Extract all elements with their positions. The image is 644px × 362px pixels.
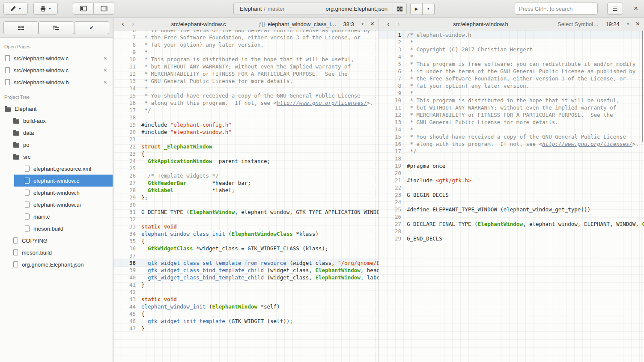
code-line[interactable]: 23G_BEGIN_DECLS — [379, 191, 644, 199]
line-number[interactable]: 20 — [113, 128, 136, 136]
code-line[interactable]: 8 * (at your option) any later version. — [379, 82, 644, 89]
code-line[interactable]: 17 */ — [113, 107, 379, 114]
symbol-menu-button[interactable]: ƒ{} elephant_window_class_i… — [259, 21, 336, 27]
line-number[interactable]: 18 — [113, 114, 136, 121]
code-editor[interactable]: 1/* elephant-window.h2 *3 * Copyright (C… — [379, 30, 644, 362]
code-line[interactable]: 25 — [113, 165, 379, 172]
code-line[interactable]: 35{ — [113, 237, 379, 245]
code-line[interactable]: 16 * along with this program. If not, se… — [113, 99, 379, 107]
line-number[interactable]: 20 — [379, 169, 401, 177]
line-number[interactable]: 25 — [113, 165, 136, 172]
line-number[interactable]: 44 — [113, 303, 136, 310]
code-line[interactable]: 13 * GNU General Public License for more… — [113, 77, 379, 85]
code-line[interactable]: 29}; — [113, 194, 379, 201]
code-line[interactable]: 22struct _ElephantWindow — [113, 143, 379, 150]
tab-todo[interactable]: ✔ — [74, 21, 109, 34]
code-line[interactable]: 13 * GNU General Public License for more… — [379, 119, 644, 126]
line-number[interactable]: 3 — [379, 46, 401, 53]
code-line[interactable]: 47} — [113, 325, 379, 332]
code-line[interactable]: 10 * This program is distributed in the … — [113, 56, 379, 63]
line-number[interactable]: 23 — [113, 150, 136, 157]
line-number[interactable]: 24 — [379, 199, 401, 206]
tree-item[interactable]: Elephant — [0, 103, 113, 115]
code-line[interactable]: 20 — [379, 169, 644, 177]
code-line[interactable]: 18 — [113, 114, 379, 121]
tree-item[interactable]: elephant-window.c — [0, 175, 113, 187]
code-line[interactable]: 28 — [379, 228, 644, 235]
code-line[interactable]: 26 — [379, 213, 644, 220]
line-number[interactable]: 33 — [113, 223, 136, 230]
tree-item[interactable]: src — [0, 151, 113, 163]
run-options-button[interactable]: ▼ — [422, 3, 435, 15]
open-page-item[interactable]: src/elephant-window.c× — [0, 64, 113, 76]
line-number[interactable]: 6 — [379, 68, 401, 75]
line-number[interactable]: 46 — [113, 317, 136, 325]
code-line[interactable]: 7 * the Free Software Foundation, either… — [379, 75, 644, 82]
build-status-button[interactable] — [393, 3, 406, 15]
symbol-menu-button[interactable]: Select Symbol… — [558, 21, 599, 27]
code-line[interactable]: 21#include <gtk/gtk.h> — [379, 177, 644, 184]
code-line[interactable]: 9 * — [113, 48, 379, 56]
code-line[interactable]: 16 * along with this program. If not, se… — [379, 140, 644, 148]
line-number[interactable]: 29 — [379, 235, 401, 242]
line-number[interactable]: 28 — [379, 228, 401, 235]
code-line[interactable]: 32 — [113, 216, 379, 223]
toggle-left-panel-button[interactable] — [73, 3, 94, 15]
line-number[interactable]: 13 — [113, 77, 136, 85]
close-page-button[interactable]: × — [104, 55, 107, 62]
back-button[interactable]: ‹ — [383, 20, 394, 28]
code-line[interactable]: 10 * This program is distributed in the … — [379, 97, 644, 104]
line-number[interactable]: 2 — [379, 39, 401, 46]
line-number[interactable]: 11 — [379, 104, 401, 111]
code-line[interactable]: 11 * but WITHOUT ANY WARRANTY; without e… — [113, 63, 379, 70]
line-number[interactable]: 19 — [379, 162, 401, 169]
line-number[interactable]: 21 — [379, 177, 401, 184]
code-line[interactable]: 8 * (at your option) any later version. — [113, 41, 379, 48]
open-page-item[interactable]: src/elephant-window.h× — [0, 76, 113, 88]
editor-mode-button[interactable]: ▼ — [3, 3, 28, 15]
tree-item[interactable]: COPYING — [0, 234, 113, 246]
code-line[interactable]: 15 * You should have received a copy of … — [379, 133, 644, 140]
code-line[interactable]: 24 GtkApplicationWindow parent_instance; — [113, 157, 379, 165]
forward-button[interactable]: › — [128, 20, 138, 28]
line-number[interactable]: 42 — [113, 288, 136, 296]
line-number[interactable]: 37 — [113, 252, 136, 259]
close-page-button[interactable]: × — [104, 67, 107, 74]
window-close-button[interactable]: × — [630, 3, 641, 15]
line-number[interactable]: 26 — [379, 213, 401, 220]
pane-options-button[interactable]: ▼ — [626, 22, 630, 26]
code-line[interactable]: 43static void — [113, 296, 379, 303]
device-button[interactable]: ▼ — [33, 3, 58, 15]
line-number[interactable]: 9 — [379, 89, 401, 97]
code-line[interactable]: 19#pragma once — [379, 162, 644, 169]
line-number[interactable]: 7 — [113, 34, 136, 41]
line-number[interactable]: 24 — [113, 157, 136, 165]
pane-options-button[interactable]: ▼ — [361, 22, 364, 26]
line-number[interactable]: 47 — [113, 325, 136, 332]
code-line[interactable]: 23{ — [113, 150, 379, 157]
code-line[interactable]: 39 gtk_widget_class_bind_template_child … — [113, 267, 379, 274]
code-line[interactable]: 17 */ — [379, 148, 644, 155]
line-number[interactable]: 36 — [113, 245, 136, 252]
line-number[interactable]: 30 — [113, 201, 136, 208]
code-line[interactable]: 37 — [113, 252, 379, 259]
line-number[interactable]: 32 — [113, 216, 136, 223]
code-line[interactable]: 15 * You should have received a copy of … — [113, 92, 379, 99]
line-number[interactable]: 10 — [113, 56, 136, 63]
line-number[interactable]: 27 — [113, 179, 136, 187]
line-number[interactable]: 40 — [113, 274, 136, 281]
code-editor[interactable]: 6 * it under the terms of the GNU Genera… — [113, 30, 379, 362]
code-line[interactable]: 44elephant_window_init (ElephantWindow *… — [113, 303, 379, 310]
tree-item[interactable]: po — [0, 139, 113, 151]
tree-item[interactable]: elephant-window.h — [0, 187, 113, 199]
tree-item[interactable]: data — [0, 127, 113, 139]
code-line[interactable]: 26 /* Template widgets */ — [113, 172, 379, 179]
code-line[interactable]: 18 — [379, 155, 644, 162]
tree-item[interactable]: meson.build — [0, 246, 113, 258]
line-number[interactable]: 26 — [113, 172, 136, 179]
code-line[interactable]: 27 GtkHeaderBar *header_bar; — [113, 179, 379, 187]
line-number[interactable]: 28 — [113, 187, 136, 194]
line-number[interactable]: 14 — [113, 85, 136, 92]
line-number[interactable]: 15 — [379, 133, 401, 140]
tab-project-tree[interactable] — [39, 21, 74, 34]
